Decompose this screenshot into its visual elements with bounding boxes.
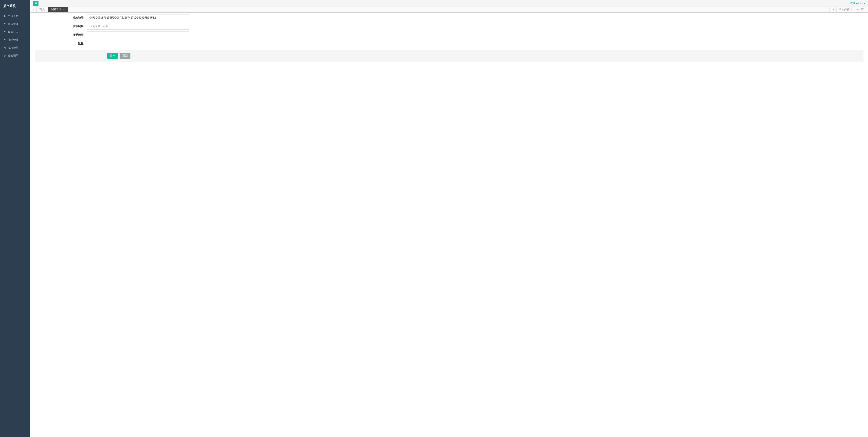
- welcome-prefix: 欢迎: [850, 1, 856, 5]
- welcome-user: admin: [856, 2, 863, 5]
- form-row-receive-address: 接受地址: [35, 31, 864, 38]
- wrench-icon: [3, 39, 6, 41]
- tab-label: 鱼苗管理: [51, 7, 61, 11]
- receive-address-input[interactable]: [87, 31, 189, 38]
- sidebar-item-auth[interactable]: 授权地址: [0, 44, 30, 52]
- sidebar-item-fish[interactable]: 鱼苗管理: [0, 20, 30, 28]
- sign-out-icon: [857, 8, 859, 11]
- field-label: 数量: [35, 42, 87, 45]
- logout-button[interactable]: 退出: [855, 7, 868, 12]
- double-chevron-left-icon: [32, 8, 35, 11]
- form-row-quantity: 数量: [35, 40, 864, 47]
- sidebar-item-home[interactable]: 后台首页: [0, 12, 30, 20]
- bars-icon: [34, 2, 37, 5]
- field-label: 授权秘钥: [35, 25, 87, 28]
- tab-scroll-left-button[interactable]: [30, 7, 37, 12]
- sidebar: 后台系统 后台首页 鱼苗管理 收益日志 提现管理: [0, 0, 30, 437]
- content: 提款地址 授权秘钥 接受地址 数量 提交 返回: [30, 12, 868, 437]
- field-label: 接受地址: [35, 33, 87, 37]
- welcome-dropdown[interactable]: 欢迎 admin: [850, 1, 865, 5]
- sidebar-item-label: 收益日志: [8, 30, 19, 34]
- toggle-sidebar-button[interactable]: [33, 1, 38, 6]
- form-row-withdraw-address: 提款地址: [35, 14, 864, 21]
- close-action-dropdown[interactable]: 关闭操作: [836, 7, 855, 12]
- main-area: 欢迎 admin 首页 鱼苗管理 关闭操作: [30, 0, 868, 437]
- wrench-icon: [3, 23, 6, 26]
- back-button[interactable]: 返回: [120, 53, 130, 59]
- power-icon: [3, 55, 6, 57]
- close-action-label: 关闭操作: [839, 7, 850, 11]
- tab-label: 首页: [39, 7, 45, 11]
- sidebar-menu: 后台首页 鱼苗管理 收益日志 提现管理 授权地址: [0, 12, 30, 60]
- sidebar-item-withdraw[interactable]: 提现管理: [0, 36, 30, 44]
- tab-fish-management[interactable]: 鱼苗管理: [48, 7, 68, 12]
- sidebar-item-label: 后台首页: [8, 14, 19, 18]
- sidebar-item-income[interactable]: 收益日志: [0, 28, 30, 36]
- submit-button[interactable]: 提交: [107, 53, 118, 59]
- wrench-icon: [3, 31, 6, 33]
- topbar: 欢迎 admin: [30, 0, 868, 7]
- form: 提款地址 授权秘钥 接受地址 数量: [30, 12, 868, 47]
- quantity-input[interactable]: [87, 40, 189, 47]
- tabs-right: 关闭操作 退出: [829, 7, 868, 12]
- tab-home[interactable]: 首页: [37, 7, 48, 12]
- tabs-left: 首页 鱼苗管理: [30, 7, 68, 12]
- home-icon: [3, 15, 6, 18]
- sidebar-item-label: 鱼苗管理: [8, 22, 19, 26]
- form-footer-inner: 提交 返回: [35, 53, 864, 59]
- tab-scroll-right-button[interactable]: [829, 7, 836, 12]
- caret-down-icon: [864, 3, 865, 4]
- form-footer: 提交 返回: [35, 50, 864, 62]
- tab-close-button[interactable]: [63, 8, 65, 11]
- svg-rect-5: [35, 2, 37, 3]
- close-icon: [63, 8, 65, 11]
- sidebar-item-label: 转账记录: [8, 54, 19, 58]
- withdraw-address-input[interactable]: [87, 14, 189, 21]
- field-label: 提款地址: [35, 16, 87, 20]
- svg-rect-7: [35, 4, 37, 4]
- double-chevron-right-icon: [832, 8, 834, 11]
- auth-key-input[interactable]: [87, 23, 189, 30]
- sidebar-item-label: 授权地址: [8, 46, 19, 50]
- svg-rect-6: [35, 3, 37, 4]
- tabbar: 首页 鱼苗管理 关闭操作 退出: [30, 7, 868, 12]
- logout-label: 退出: [860, 7, 866, 11]
- form-row-auth-key: 授权秘钥: [35, 23, 864, 30]
- sidebar-item-transfer[interactable]: 转账记录: [0, 52, 30, 60]
- brand-title: 后台系统: [0, 0, 30, 12]
- file-icon: [3, 46, 6, 50]
- caret-down-icon: [851, 9, 852, 10]
- sidebar-item-label: 提现管理: [8, 38, 19, 42]
